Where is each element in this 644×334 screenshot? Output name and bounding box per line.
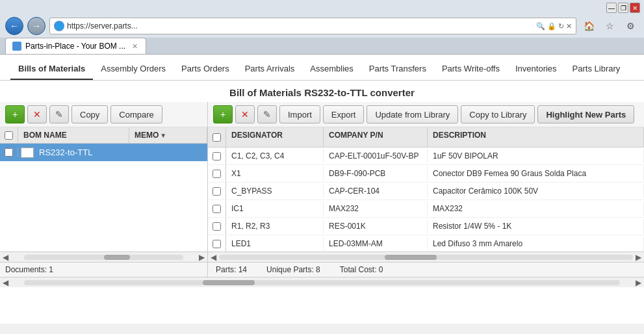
memo-dropdown-icon[interactable]: ▼ — [160, 132, 166, 139]
nav-item-parts-arrivals[interactable]: Parts Arrivals — [237, 60, 303, 80]
left-edit-button[interactable]: ✎ — [49, 105, 69, 123]
compare-button[interactable]: Compare — [110, 105, 162, 123]
select-all-left-checkbox[interactable] — [5, 131, 13, 140]
company-pn-cell: CAP-CER-104 — [324, 184, 428, 198]
tab-favicon — [12, 42, 21, 51]
left-panel-empty — [0, 198, 207, 251]
page-subtitle-text: RS232-to-TTL converter — [304, 87, 415, 98]
url-actions: 🔍 🔒 ↻ ✕ — [536, 22, 572, 31]
dual-toolbar: + ✕ ✎ Copy Compare + ✕ ✎ Import Export U… — [0, 102, 644, 127]
url-text: https://server.parts... — [67, 21, 534, 31]
left-panel-rows: RS232-to-TTL — [0, 144, 207, 198]
update-from-library-button[interactable]: Update from Library — [367, 105, 458, 123]
right-header-checkbox-col — [208, 127, 226, 147]
scroll-left-arrow[interactable]: ◀ — [0, 253, 11, 262]
right-delete-button[interactable]: ✕ — [235, 105, 255, 123]
back-button[interactable]: ← — [5, 17, 23, 35]
row-checkbox[interactable] — [213, 187, 221, 196]
right-add-button[interactable]: + — [213, 105, 233, 123]
search-icon[interactable]: 🔍 — [536, 22, 545, 31]
parts-row[interactable]: C_BYPASS CAP-CER-104 Capacitor Cerâmico … — [208, 183, 644, 200]
nav-item-parts-transfers[interactable]: Parts Transfers — [361, 60, 434, 80]
bottom-scroll-right-arrow[interactable]: ▶ — [633, 278, 644, 287]
nav-item-assembly-orders[interactable]: Assembly Orders — [93, 60, 174, 80]
tab-bar: Parts-in-Place - Your BOM ... ✕ — [0, 38, 644, 54]
designator-cell: R1, R2, R3 — [226, 219, 324, 233]
active-tab[interactable]: Parts-in-Place - Your BOM ... ✕ — [5, 38, 146, 54]
left-delete-button[interactable]: ✕ — [27, 105, 47, 123]
copy-to-library-button[interactable]: Copy to Library — [461, 105, 535, 123]
tab-title: Parts-in-Place - Your BOM ... — [25, 42, 125, 51]
row-checkbox[interactable] — [213, 170, 221, 178]
row-checkbox[interactable] — [213, 152, 221, 161]
import-button[interactable]: Import — [279, 105, 320, 123]
bottom-scroll-left-arrow[interactable]: ◀ — [0, 278, 11, 287]
bottom-scroll-thumb — [203, 280, 255, 285]
designator-column-header: DESIGNATOR — [226, 127, 324, 147]
company-pn-cell: LED-03MM-AM — [324, 237, 428, 251]
nav-menu: Bills of Materials Assembly Orders Parts… — [0, 55, 644, 81]
left-add-button[interactable]: + — [5, 105, 25, 123]
row-checkbox-cell — [208, 183, 226, 199]
home-button[interactable]: 🏠 — [580, 18, 597, 34]
scroll-thumb — [104, 255, 130, 260]
right-panel-rows: C1, C2, C3, C4 CAP-ELT-0001uF-50V-BP 1uF… — [208, 148, 644, 251]
bom-row-checkbox[interactable] — [5, 148, 13, 157]
star-button[interactable]: ☆ — [601, 18, 618, 34]
right-panel-scrollbar[interactable]: ◀ ▶ — [208, 251, 644, 262]
bom-row[interactable]: RS232-to-TTL — [0, 144, 207, 161]
company-pn-cell: MAX232 — [324, 201, 428, 216]
nav-item-parts-orders[interactable]: Parts Orders — [174, 60, 237, 80]
nav-item-inventories[interactable]: Inventories — [508, 60, 565, 80]
total-cost: Total Cost: 0 — [340, 265, 383, 274]
minimize-button[interactable]: — — [606, 3, 617, 13]
stop-icon[interactable]: ✕ — [566, 22, 572, 31]
right-panel: DESIGNATOR COMPANY P/N DESCRIPTION C1, C… — [208, 127, 644, 277]
nav-item-assemblies[interactable]: Assemblies — [302, 60, 361, 80]
main-panels: BOM NAME MEMO ▼ RS232-to-TTL ◀ — [0, 127, 644, 277]
url-bar[interactable]: 🌐 https://server.parts... 🔍 🔒 ↻ ✕ — [49, 18, 576, 34]
row-checkbox[interactable] — [213, 240, 221, 248]
row-checkbox[interactable] — [213, 205, 221, 213]
bom-row-name: RS232-to-TTL — [36, 144, 207, 161]
export-button[interactable]: Export — [323, 105, 365, 123]
bom-row-checkbox-cell — [0, 148, 18, 157]
nav-item-bills-of-materials[interactable]: Bills of Materials — [10, 60, 93, 80]
bom-name-column-header: BOM NAME — [18, 127, 129, 143]
parts-row[interactable]: LED1 LED-03MM-AM Led Difuso 3 mm Amarelo — [208, 235, 644, 251]
right-scroll-right-arrow[interactable]: ▶ — [633, 253, 644, 262]
designator-cell: IC1 — [226, 201, 324, 216]
page-title: Bill of Materials — [229, 87, 302, 98]
select-all-right-checkbox[interactable] — [213, 133, 221, 142]
settings-button[interactable]: ⚙ — [622, 18, 639, 34]
left-panel-scrollbar[interactable]: ◀ ▶ — [0, 251, 207, 262]
row-checkbox[interactable] — [213, 222, 221, 231]
right-edit-button[interactable]: ✎ — [257, 105, 277, 123]
forward-button[interactable]: → — [27, 17, 45, 35]
right-scroll-left-arrow[interactable]: ◀ — [208, 253, 219, 262]
row-checkbox-cell — [208, 218, 226, 235]
row-checkbox-cell — [208, 200, 226, 217]
copy-button[interactable]: Copy — [71, 105, 108, 123]
restore-button[interactable]: ❐ — [618, 3, 628, 13]
company-pn-cell: DB9-F-090-PCB — [324, 166, 428, 181]
description-cell: Led Difuso 3 mm Amarelo — [428, 237, 644, 251]
nav-item-parts-writeoffs[interactable]: Parts Write-offs — [434, 60, 508, 80]
parts-row[interactable]: X1 DB9-F-090-PCB Conector DB9 Femea 90 G… — [208, 165, 644, 183]
description-cell: Resistor 1/4W 5% - 1K — [428, 219, 644, 233]
scroll-right-arrow[interactable]: ▶ — [196, 253, 207, 262]
row-checkbox-cell — [208, 235, 226, 251]
nav-item-parts-library[interactable]: Parts Library — [565, 60, 628, 80]
close-button[interactable]: ✕ — [630, 3, 640, 13]
row-checkbox-cell — [208, 148, 226, 164]
bottom-scrollbar[interactable]: ◀ ▶ — [0, 277, 644, 287]
parts-row[interactable]: C1, C2, C3, C4 CAP-ELT-0001uF-50V-BP 1uF… — [208, 148, 644, 165]
refresh-icon[interactable]: ↻ — [558, 22, 564, 31]
highlight-new-parts-button[interactable]: Highlight New Parts — [537, 105, 634, 123]
parts-row[interactable]: R1, R2, R3 RES-001K Resistor 1/4W 5% - 1… — [208, 218, 644, 235]
right-scroll-track — [219, 255, 633, 260]
parts-count: Parts: 14 — [216, 265, 247, 274]
page-header: Bill of Materials RS232-to-TTL converter — [0, 81, 644, 102]
parts-row[interactable]: IC1 MAX232 MAX232 — [208, 200, 644, 218]
tab-close-icon[interactable]: ✕ — [132, 42, 138, 51]
